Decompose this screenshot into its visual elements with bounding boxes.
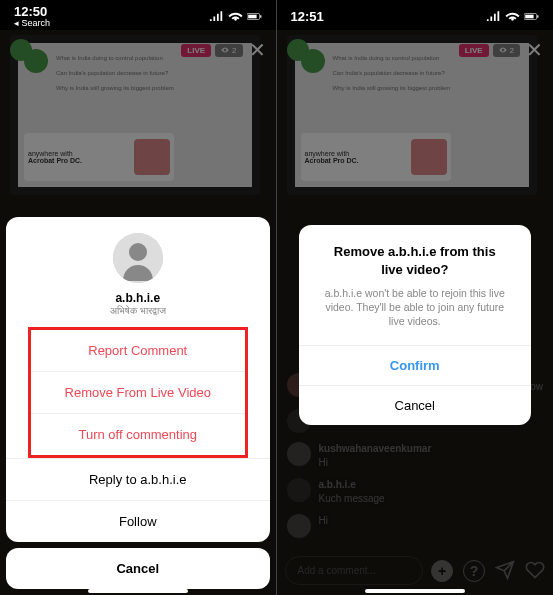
- svg-rect-1: [248, 14, 256, 18]
- user-avatar[interactable]: [113, 233, 163, 283]
- wifi-icon: [505, 11, 520, 22]
- highlight-box: Report Comment Remove From Live Video Tu…: [28, 327, 248, 458]
- status-icons: [209, 11, 262, 22]
- turn-off-commenting-button[interactable]: Turn off commenting: [31, 413, 245, 455]
- back-to-search[interactable]: ◂ Search: [14, 18, 50, 28]
- user-action-sheet: a.b.h.i.e अभिषेक भारद्वाज Report Comment…: [6, 217, 270, 589]
- home-indicator[interactable]: [365, 589, 465, 593]
- status-bar: 12:50 ◂ Search: [0, 0, 276, 32]
- svg-rect-7: [537, 15, 538, 17]
- confirm-dialog: Remove a.b.h.i.e from this live video? a…: [299, 225, 532, 425]
- status-icons: [486, 11, 539, 22]
- wifi-icon: [228, 11, 243, 22]
- sheet-fullname: अभिषेक भारद्वाज: [6, 305, 270, 317]
- confirm-button[interactable]: Confirm: [299, 345, 532, 385]
- svg-rect-2: [260, 15, 261, 17]
- signal-icon: [486, 11, 501, 22]
- signal-icon: [209, 11, 224, 22]
- status-time: 12:51: [291, 10, 324, 23]
- sheet-username: a.b.h.i.e: [6, 291, 270, 305]
- remove-from-live-button[interactable]: Remove From Live Video: [31, 371, 245, 413]
- dialog-body: a.b.h.i.e won't be able to rejoin this l…: [299, 286, 532, 345]
- reply-button[interactable]: Reply to a.b.h.i.e: [6, 458, 270, 500]
- battery-icon: [247, 11, 262, 22]
- sheet-header: a.b.h.i.e अभिषेक भारद्वाज: [6, 217, 270, 327]
- dialog-cancel-button[interactable]: Cancel: [299, 385, 532, 425]
- status-time: 12:50: [14, 5, 50, 18]
- svg-point-4: [129, 243, 147, 261]
- battery-icon: [524, 11, 539, 22]
- right-screenshot: 12:51 What is India doing to control pop…: [277, 0, 554, 595]
- follow-button[interactable]: Follow: [6, 500, 270, 542]
- dialog-title: Remove a.b.h.i.e from this live video?: [299, 225, 532, 286]
- report-comment-button[interactable]: Report Comment: [31, 330, 245, 371]
- home-indicator[interactable]: [88, 589, 188, 593]
- left-screenshot: 12:50 ◂ Search What is India doing to co…: [0, 0, 277, 595]
- cancel-button[interactable]: Cancel: [6, 548, 270, 589]
- svg-rect-6: [525, 14, 533, 18]
- status-bar: 12:51: [277, 0, 554, 32]
